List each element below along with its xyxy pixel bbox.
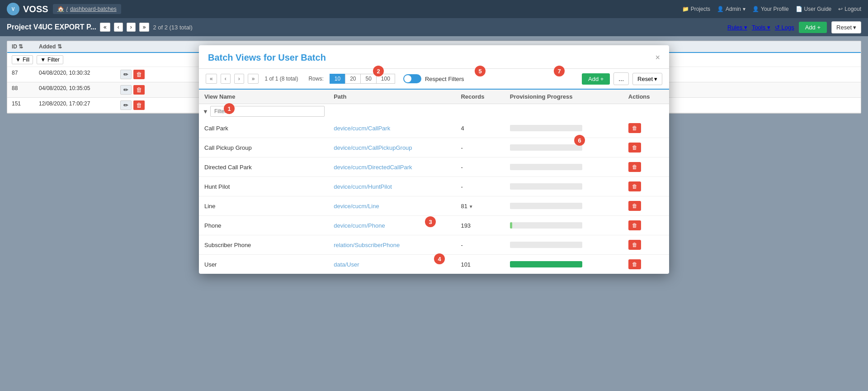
nav-tools[interactable]: Tools ▾ xyxy=(752,24,770,31)
home-icon: 🏠 xyxy=(57,6,64,12)
project-title: Project V4UC EXPORT P... xyxy=(7,23,96,31)
filter-icon: ▼ xyxy=(203,108,208,115)
cell-view-name: Hunt Pilot xyxy=(199,177,328,196)
cell-records: 193 xyxy=(455,216,504,235)
cell-records: 4 xyxy=(455,119,504,138)
col-header-view-name[interactable]: View Name xyxy=(199,90,328,104)
cell-view-name: Call Park xyxy=(199,119,328,138)
breadcrumb-text: dashboard-batches xyxy=(70,6,117,12)
cell-actions: 🗑 xyxy=(623,119,669,138)
cell-progress xyxy=(505,196,623,216)
guide-icon: 📄 xyxy=(796,6,802,12)
modal-pager-last[interactable]: » xyxy=(248,74,259,84)
table-header-row: View Name Path Records Provisioning Prog… xyxy=(199,90,669,104)
cell-path: device/cucm/Line xyxy=(328,196,455,216)
sub-navbar-left: Project V4UC EXPORT P... « ‹ › » 2 of 2 … xyxy=(7,23,193,32)
brand-name: VOSS xyxy=(23,4,48,14)
table-row: Directed Call Parkdevice/cucm/DirectedCa… xyxy=(199,157,669,177)
table-row: Linedevice/cucm/Line81 ▼🗑 xyxy=(199,196,669,216)
rows-10[interactable]: 10 xyxy=(330,74,345,84)
pager-prev-bg[interactable]: ‹ xyxy=(114,23,123,32)
delete-row-button[interactable]: 🗑 xyxy=(628,240,641,250)
delete-row-button[interactable]: 🗑 xyxy=(628,143,641,153)
cell-actions: 🗑 xyxy=(623,177,669,196)
annotation-7: 7 xyxy=(554,66,565,76)
bg-page-info: 2 of 2 (13 total) xyxy=(153,24,192,31)
progress-bar-container xyxy=(510,222,582,229)
modal-pager-next[interactable]: › xyxy=(234,74,244,84)
delete-row-button[interactable]: 🗑 xyxy=(628,123,641,133)
respect-filters-toggle[interactable] xyxy=(403,74,421,83)
nav-logout[interactable]: ↩ Logout xyxy=(838,6,861,12)
pager-next-bg[interactable]: › xyxy=(127,23,136,32)
navbar-right: 📁 Projects 👤 Admin ▾ 👤 Your Profile 📄 Us… xyxy=(682,6,861,12)
cell-view-name: Line xyxy=(199,196,328,216)
col-header-actions: Actions xyxy=(623,90,669,104)
breadcrumb-separator: / xyxy=(66,6,68,12)
logo-icon: V xyxy=(7,3,19,15)
nav-admin[interactable]: 👤 Admin ▾ xyxy=(717,6,745,12)
modal-ellipsis-button[interactable]: ... xyxy=(613,72,629,85)
top-navbar: V VOSS 🏠 / dashboard-batches 📁 Projects … xyxy=(0,0,868,18)
cell-actions: 🗑 xyxy=(623,138,669,157)
delete-row-button[interactable]: 🗑 xyxy=(628,162,641,172)
col-header-records: Records xyxy=(455,90,504,104)
profile-icon: 👤 xyxy=(752,6,759,12)
annotation-4: 4 xyxy=(434,253,445,264)
progress-bar-container xyxy=(510,242,582,248)
progress-bar-container xyxy=(510,164,582,170)
cell-view-name: User xyxy=(199,255,328,274)
reset-button-main[interactable]: Reset ▾ xyxy=(831,21,861,33)
delete-row-button[interactable]: 🗑 xyxy=(628,220,641,230)
cell-actions: 🗑 xyxy=(623,216,669,235)
annotation-5: 5 xyxy=(475,66,486,76)
cell-actions: 🗑 xyxy=(623,235,669,255)
pager-last-bg[interactable]: » xyxy=(139,23,150,32)
modal-header: Batch Views for User Batch × xyxy=(199,45,669,69)
col-header-path[interactable]: Path xyxy=(328,90,455,104)
delete-row-button[interactable]: 🗑 xyxy=(628,259,641,269)
progress-bar-container xyxy=(510,125,582,131)
home-breadcrumb[interactable]: 🏠 / dashboard-batches xyxy=(53,4,121,14)
delete-row-button[interactable]: 🗑 xyxy=(628,201,641,211)
annotation-1: 1 xyxy=(224,103,235,114)
table-row: Call Parkdevice/cucm/CallPark4🗑 xyxy=(199,119,669,138)
cell-progress xyxy=(505,157,623,177)
cell-records: - xyxy=(455,138,504,157)
progress-bar-container xyxy=(510,203,582,209)
modal-pager-first[interactable]: « xyxy=(206,74,217,84)
navbar-left: V VOSS 🏠 / dashboard-batches xyxy=(7,3,121,15)
modal-reset-button[interactable]: Reset ▾ xyxy=(632,73,662,85)
progress-bar-container xyxy=(510,261,582,267)
cell-progress xyxy=(505,119,623,138)
table-filter-row: ▼ xyxy=(199,104,669,119)
nav-projects[interactable]: 📁 Projects xyxy=(682,6,710,12)
modal-title: Batch Views for User Batch xyxy=(208,52,326,63)
nav-rules[interactable]: Rules ▾ xyxy=(727,24,747,31)
nav-your-profile[interactable]: 👤 Your Profile xyxy=(752,6,789,12)
cell-path: device/cucm/DirectedCallPark xyxy=(328,157,455,177)
modal-add-button[interactable]: Add + xyxy=(582,73,610,85)
modal-pager-prev[interactable]: ‹ xyxy=(221,74,231,84)
table-row: Hunt Pilotdevice/cucm/HuntPilot-🗑 xyxy=(199,177,669,196)
rows-50[interactable]: 50 xyxy=(360,74,376,84)
progress-bar-fill xyxy=(510,261,582,267)
cell-records: - xyxy=(455,177,504,196)
modal-close-button[interactable]: × xyxy=(655,53,660,62)
brand-logo: V VOSS xyxy=(7,3,48,15)
annotation-2: 2 xyxy=(373,66,384,76)
nav-user-guide[interactable]: 📄 User Guide xyxy=(796,6,832,12)
cell-records: - xyxy=(455,157,504,177)
rows-label: Rows: xyxy=(308,76,323,82)
add-button-main[interactable]: Add + xyxy=(799,22,827,33)
table-row: Call Pickup Groupdevice/cucm/CallPickupG… xyxy=(199,138,669,157)
delete-row-button[interactable]: 🗑 xyxy=(628,181,641,191)
rows-20[interactable]: 20 xyxy=(345,74,360,84)
progress-bar-fill xyxy=(510,222,512,229)
modal-overlay: Batch Views for User Batch × « ‹ › » 1 o… xyxy=(0,36,868,391)
progress-bar-container xyxy=(510,144,582,151)
nav-logs[interactable]: ↺ Logs xyxy=(775,24,794,31)
cell-view-name: Phone xyxy=(199,216,328,235)
annotation-6: 6 xyxy=(574,135,585,146)
pager-first-bg[interactable]: « xyxy=(100,23,110,32)
